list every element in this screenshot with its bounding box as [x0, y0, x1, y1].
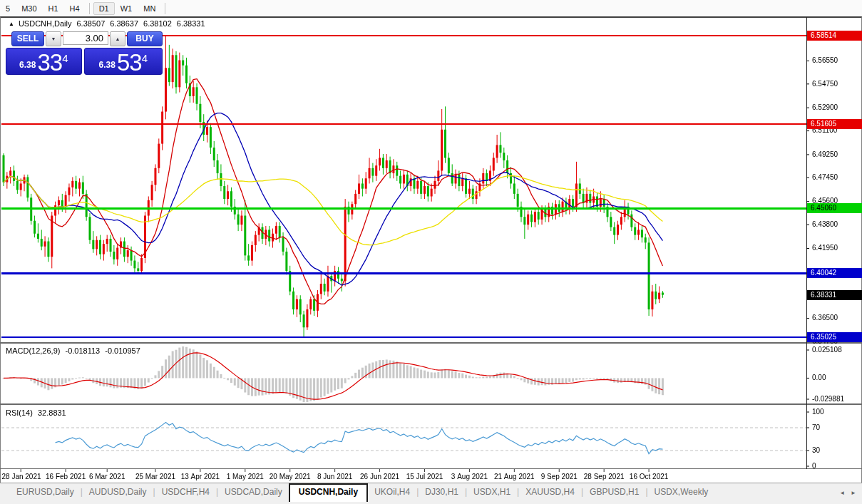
buy-price-big: 53	[117, 52, 142, 73]
macd-main-value: -0.018113	[65, 346, 100, 355]
timeframe-button-h1[interactable]: H1	[43, 2, 64, 15]
tab-scroll-left-icon[interactable]: ◄	[839, 490, 845, 496]
symbol-tab-audusd[interactable]: AUDUSD,Daily	[83, 483, 153, 501]
timeframe-button-m30[interactable]: M30	[16, 2, 42, 15]
sell-price-big: 33	[37, 52, 62, 73]
tab-nav: ◄ ►	[839, 490, 856, 496]
sell-price-box[interactable]: 6.38 33 4	[6, 48, 82, 75]
buy-button[interactable]: BUY	[127, 31, 163, 46]
volume-input[interactable]	[63, 31, 108, 45]
timeframe-button-d1[interactable]: D1	[93, 2, 115, 15]
symbol-tab-usdcad[interactable]: USDCAD,Daily	[218, 483, 289, 501]
rsi-value: 32.8831	[38, 408, 66, 417]
buy-price-prefix: 6.38	[99, 60, 116, 70]
level-price-badge: 6.51605	[807, 119, 862, 129]
ohlc-high: 6.38637	[110, 19, 138, 28]
symbol-tab-usdchf[interactable]: USDCHF,H4	[155, 483, 216, 501]
current-price-badge: 6.38331	[807, 290, 862, 300]
symbol-tab-gbpusd[interactable]: GBPUSD,H1	[583, 483, 645, 501]
sell-price-sup: 4	[62, 52, 68, 64]
level-price-badge: 6.40042	[807, 268, 862, 278]
macd-name: MACD(12,26,9)	[6, 346, 60, 355]
toolbar-separator	[89, 3, 90, 14]
timeframe-button-5[interactable]: 5	[0, 2, 16, 15]
level-price-badge: 6.45060	[807, 203, 862, 213]
symbol-tab-xauusd[interactable]: XAUUSD,H4	[519, 483, 581, 501]
symbol-tab-usdx[interactable]: USDX,H1	[467, 483, 517, 501]
buy-price-box[interactable]: 6.38 53 4	[84, 48, 163, 75]
one-click-trading-panel: SELL ▼ ▲ BUY 6.38 33 4 6.38 53 4	[6, 31, 163, 75]
tab-scroll-right-icon[interactable]: ►	[851, 490, 856, 496]
sell-price-prefix: 6.38	[19, 60, 36, 70]
chart-title-bar: ▲ USDCNH,Daily 6.38507 6.38637 6.38102 6…	[9, 19, 205, 28]
volume-decrease-button[interactable]: ▼	[46, 31, 61, 46]
buy-price-sup: 4	[142, 52, 148, 64]
ohlc-open: 6.38507	[76, 19, 105, 28]
symbol-tab-usdcnh[interactable]: USDCNH,Daily	[289, 483, 368, 502]
ohlc-close: 6.38331	[177, 19, 205, 28]
symbol-tab-ukoil[interactable]: UKOil,H4	[368, 483, 416, 501]
macd-signal-value: -0.010957	[105, 346, 140, 355]
timeframe-button-mn[interactable]: MN	[138, 2, 161, 15]
symbol-tab-dj30[interactable]: DJ30,H1	[419, 483, 465, 501]
toolbar-separator	[165, 3, 165, 14]
symbol-tab-eurusd[interactable]: EURUSD,Daily	[10, 483, 81, 501]
level-price-badge: 6.35025	[807, 332, 862, 342]
trading-platform-window: 5M30H1H4D1W1MN ▲ USDCNH,Daily 6.38507 6.…	[0, 0, 862, 504]
sell-button[interactable]: SELL	[11, 31, 44, 46]
macd-indicator-label: MACD(12,26,9) -0.018113 -0.010957	[6, 346, 143, 355]
symbol-tabbar: EURUSD,Daily|AUDUSD,Daily|USDCHF,H4|USDC…	[0, 483, 862, 504]
rsi-name: RSI(14)	[6, 408, 33, 417]
level-price-badge: 6.58514	[807, 31, 862, 41]
chart-symbol-label: USDCNH,Daily	[19, 19, 72, 28]
ohlc-low: 6.38102	[143, 19, 172, 28]
timeframe-button-h4[interactable]: H4	[64, 2, 86, 15]
rsi-indicator-label: RSI(14) 32.8831	[6, 408, 69, 417]
volume-increase-button[interactable]: ▲	[110, 31, 125, 46]
timeframe-toolbar: 5M30H1H4D1W1MN	[0, 0, 862, 16]
timeframe-button-w1[interactable]: W1	[115, 2, 138, 15]
symbol-tab-usdx[interactable]: USDX,Weekly	[648, 483, 715, 501]
one-click-collapse-icon[interactable]: ▲	[9, 21, 14, 27]
